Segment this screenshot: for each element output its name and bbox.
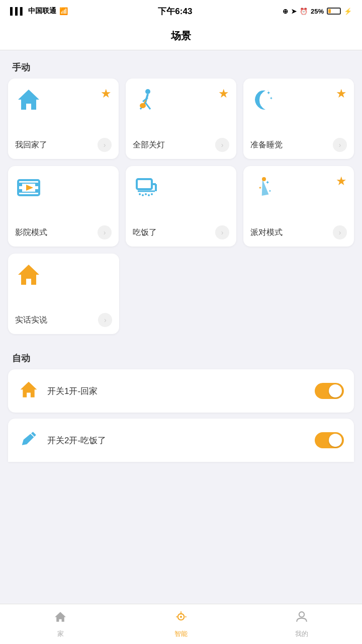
svg-rect-17 <box>35 183 39 186</box>
toggle-switch1[interactable] <box>315 383 344 399</box>
svg-text:✦: ✦ <box>265 180 269 185</box>
scene-card-truth[interactable]: 实话实说 › <box>8 254 119 334</box>
card-label-row: 吃饭了 › <box>133 225 229 239</box>
moon-icon: ✦ ✦ · <box>250 87 278 116</box>
nav-smart-label: 智能 <box>174 629 188 638</box>
page-title: 场景 <box>171 30 191 41</box>
star-icon[interactable]: ★ <box>336 174 347 188</box>
arrow-button[interactable]: › <box>98 138 112 152</box>
status-right: ⊕ ➤ ⏰ 25% ⚡ <box>283 8 352 15</box>
charge-icon: ⚡ <box>344 8 352 15</box>
auto-card-switch1[interactable]: 开关1开-回家 <box>8 369 354 413</box>
svg-marker-39 <box>55 612 66 622</box>
card-label-row: 实话实说 › <box>15 313 112 327</box>
status-left: ▌▌▌ 中国联通 📶 <box>10 7 68 16</box>
toggle-switch2[interactable] <box>315 432 344 448</box>
party-icon: ✦ ✦ ✦ <box>250 174 278 203</box>
card-label-row: 我回家了 › <box>15 138 112 152</box>
arrow-button[interactable]: › <box>333 225 347 239</box>
svg-rect-20 <box>137 179 152 189</box>
scene-label: 我回家了 <box>15 140 47 150</box>
scene-card-lights-off[interactable]: ★ 全部关灯 › <box>126 78 236 159</box>
svg-marker-35 <box>21 382 37 397</box>
arrow-button[interactable]: › <box>215 225 229 239</box>
card-label-row: 影院模式 › <box>15 225 112 239</box>
svg-line-4 <box>145 103 150 109</box>
svg-point-42 <box>180 616 182 618</box>
scene-label: 实话实说 <box>15 315 47 326</box>
battery-percent: 25% <box>311 8 324 15</box>
status-bar: ▌▌▌ 中国联通 📶 下午6:43 ⊕ ➤ ⏰ 25% ⚡ <box>0 0 362 22</box>
scene-label: 全部关灯 <box>133 140 165 150</box>
nav-mine-icon <box>295 610 309 627</box>
nav-item-smart[interactable]: 智能 <box>121 610 241 638</box>
card-icon-row <box>15 262 112 291</box>
auto-house-icon <box>18 379 39 403</box>
manual-grid-row3: 实话实说 › <box>0 254 362 334</box>
card-icon-row: ✦ ✦ ✦ ★ <box>250 174 347 203</box>
card-icon-row: ★ <box>133 87 229 116</box>
svg-marker-0 <box>18 90 39 110</box>
svg-point-27 <box>148 194 150 196</box>
svg-point-8 <box>140 103 146 108</box>
battery-icon <box>327 8 341 15</box>
svg-point-26 <box>145 193 147 195</box>
bottom-nav: 家 智能 我的 <box>0 604 362 644</box>
nav-mine-label: 我的 <box>295 629 308 638</box>
svg-marker-19 <box>26 185 33 191</box>
svg-text:·: · <box>267 89 268 92</box>
arrow-button[interactable]: › <box>333 138 347 152</box>
svg-rect-16 <box>18 189 22 192</box>
walk-icon <box>133 87 160 116</box>
arrow-icon: ➤ <box>291 8 297 15</box>
nav-item-home[interactable]: 家 <box>0 610 121 638</box>
auto-section-header: 自动 <box>0 341 362 369</box>
star-icon[interactable]: ★ <box>336 87 347 101</box>
manual-section-header: 手动 <box>0 50 362 78</box>
arrow-button[interactable]: › <box>98 225 112 239</box>
auto-list: 开关1开-回家 开关2开-吃饭了 <box>0 369 362 462</box>
scene-label: 准备睡觉 <box>250 140 283 150</box>
card-icon-row: ✦ ✦ · ★ <box>250 87 347 116</box>
svg-marker-36 <box>22 432 36 445</box>
house-icon2 <box>15 262 42 291</box>
svg-rect-15 <box>18 183 22 186</box>
scene-card-eat[interactable]: 吃饭了 › <box>126 166 236 247</box>
clock-icon: ⏰ <box>300 8 308 15</box>
svg-point-1 <box>145 89 150 94</box>
film-icon <box>15 174 42 203</box>
star-icon[interactable]: ★ <box>218 87 229 101</box>
auto-card-switch2[interactable]: 开关2开-吃饭了 <box>8 419 354 462</box>
gps-icon: ⊕ <box>283 8 288 15</box>
svg-point-46 <box>299 612 304 617</box>
toggle-knob <box>329 384 342 397</box>
scene-card-home[interactable]: ★ 我回家了 › <box>8 78 119 159</box>
svg-text:✦: ✦ <box>268 189 272 193</box>
manual-grid-row1: ★ 我回家了 › <box>0 78 362 159</box>
carrier-label: 中国联通 <box>28 7 56 16</box>
card-icon-row <box>133 174 229 203</box>
auto-label: 开关1开-回家 <box>47 385 307 397</box>
main-content: 手动 ★ 我回家了 › <box>0 50 362 502</box>
scene-card-sleep[interactable]: ✦ ✦ · ★ 准备睡觉 › <box>243 78 354 159</box>
card-label-row: 准备睡觉 › <box>250 138 347 152</box>
scene-label: 影院模式 <box>15 227 47 238</box>
nav-home-icon <box>53 610 67 627</box>
scene-card-party[interactable]: ✦ ✦ ✦ ★ 派对模式 › <box>243 166 354 247</box>
page-header: 场景 <box>0 22 362 50</box>
nav-item-mine[interactable]: 我的 <box>241 610 362 638</box>
card-label-row: 全部关灯 › <box>133 138 229 152</box>
auto-label2: 开关2开-吃饭了 <box>47 435 307 446</box>
svg-point-28 <box>151 193 153 195</box>
arrow-button[interactable]: › <box>98 313 112 327</box>
card-icon-row <box>15 174 112 203</box>
star-icon[interactable]: ★ <box>101 87 112 101</box>
svg-rect-18 <box>35 189 39 192</box>
svg-point-24 <box>139 193 141 195</box>
scene-label: 吃饭了 <box>133 227 157 238</box>
arrow-button[interactable]: › <box>215 138 229 152</box>
signal-icon: ▌▌▌ <box>10 7 25 15</box>
scene-card-cinema[interactable]: 影院模式 › <box>8 166 119 247</box>
card-label-row: 派对模式 › <box>250 225 347 239</box>
house-icon <box>15 87 42 120</box>
